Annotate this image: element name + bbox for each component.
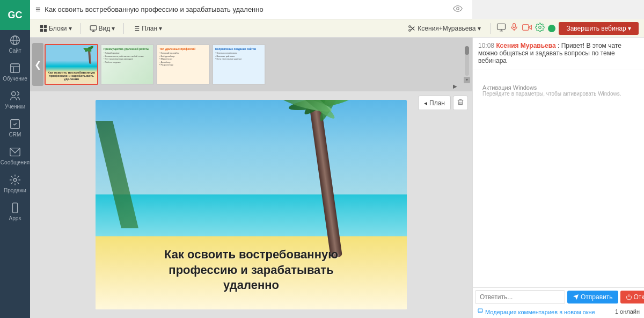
svg-rect-31 (513, 23, 516, 27)
svg-rect-10 (12, 203, 17, 213)
scroll-indicator: ▾ (464, 46, 470, 83)
thumbnails-container: Как освоить востребованную профессию и з… (45, 44, 460, 85)
plan-toolbar-button[interactable]: План ▾ (128, 23, 166, 34)
chat-header-message: 10:08 Ксения Муравьева : Привет! В этом … (473, 38, 644, 69)
book-icon (9, 62, 21, 74)
sidebar-item-sales[interactable]: Продажи (0, 170, 30, 198)
separator (80, 23, 81, 34)
screen-share-icon[interactable] (496, 23, 506, 34)
svg-point-12 (457, 7, 459, 10)
slide-toolbar: ◂ План (418, 96, 468, 110)
end-webinar-button[interactable]: Завершить вебинар ▾ (559, 22, 639, 35)
toolbar: Блоки ▾ Вид ▾ План ▾ (30, 19, 644, 38)
svg-rect-28 (497, 24, 506, 30)
presenter-button[interactable]: Ксения+Муравьева ▾ (404, 23, 485, 34)
settings-icon[interactable] (535, 23, 545, 34)
thumbnails-strip: ❮ Как освоить востребованную профессию и… (30, 38, 472, 91)
chat-footer: Модерация комментариев в новом окне 1 он… (473, 306, 644, 318)
sidebar-item-label: CRM (9, 132, 21, 138)
slide-main-area: ❮ Как освоить востребованную профессию и… (30, 38, 472, 318)
chat-input-row: Отправить Отключить чат (473, 288, 644, 306)
main-slide-container: Как освоить востребованную профессию и з… (30, 91, 472, 318)
slide-content: Как освоить востребованную профессию и з… (96, 100, 407, 309)
app-logo[interactable]: GC (0, 0, 30, 30)
separator (123, 23, 124, 34)
sidebar-item-label: Apps (9, 215, 21, 221)
view-button[interactable]: Вид ▾ (85, 23, 120, 34)
thumbnail-2-content: Преимущества удаленной работы • Гибкий г… (101, 45, 153, 66)
slide-trash-button[interactable] (453, 96, 468, 110)
sidebar-item-apps[interactable]: Apps (0, 198, 30, 226)
slide-display-area: ◂ План (30, 91, 472, 318)
thumbnail-4-content: Направление создание сайтов • Очень вост… (213, 45, 265, 63)
main-content: ≡ Как освоить востребованную профессию и… (30, 0, 644, 318)
svg-point-9 (13, 178, 17, 182)
svg-rect-14 (44, 25, 47, 27)
status-indicator (548, 25, 555, 32)
moderation-link[interactable]: Модерация комментариев в новом окне (477, 308, 595, 315)
monitor-icon (90, 25, 97, 32)
blocks-button[interactable]: Блоки ▾ (35, 23, 76, 34)
microphone-icon[interactable] (509, 23, 519, 34)
globe-icon (9, 34, 21, 46)
slide-title: Как освоить востребованную профессию и з… (96, 247, 407, 293)
thumbnail-3[interactable]: Топ удаленных профессий • Копирайтер-сай… (156, 44, 210, 85)
envelope-icon (9, 146, 21, 158)
plan-toggle-button[interactable]: ◂ План (418, 96, 451, 110)
windows-activation-text: Активация Windows Перейдите в параметры,… (477, 74, 640, 107)
svg-point-6 (12, 92, 16, 96)
chat-panel: 10:08 Ксения Муравьева : Привет! В этом … (472, 38, 644, 318)
chat-bottom: Отправить Отключить чат Модераци (473, 287, 644, 318)
separator (491, 23, 491, 34)
thumbnail-1[interactable]: Как освоить востребованную профессию и з… (45, 44, 98, 85)
sidebar-item-label: Продажи (4, 187, 26, 193)
send-message-button[interactable]: Отправить (567, 291, 618, 303)
scissors-icon (408, 25, 415, 32)
svg-rect-15 (40, 28, 43, 31)
sidebar-item-messages[interactable]: Сообщения (0, 142, 30, 170)
sidebar-item-site[interactable]: Сайт (0, 30, 30, 58)
thumb-scroll-right-arrow[interactable]: ▶ (453, 83, 457, 89)
list-icon (133, 25, 140, 32)
check-square-icon (9, 118, 21, 130)
page-title: Как освоить востребованную профессию и з… (45, 5, 449, 13)
users-icon (9, 90, 21, 102)
chat-input-field[interactable] (475, 290, 565, 304)
sidebar-item-label: Сайт (9, 48, 21, 54)
content-area: ❮ Как освоить востребованную профессию и… (30, 38, 644, 318)
sidebar-item-crm[interactable]: CRM (0, 114, 30, 142)
svg-point-34 (539, 26, 541, 28)
thumbnail-3-content: Топ удаленных профессий • Копирайтер-сай… (157, 45, 209, 69)
svg-rect-13 (40, 25, 43, 27)
svg-rect-16 (44, 28, 47, 31)
sidebar-item-learning[interactable]: Обучение (0, 58, 30, 86)
blocks-icon (40, 25, 47, 32)
online-count: 1 онлайн (615, 308, 640, 315)
chat-messages-area[interactable]: Активация Windows Перейдите в параметры,… (473, 69, 644, 287)
mobile-icon (9, 202, 21, 214)
sidebar-item-label: Сообщения (1, 160, 30, 165)
disable-chat-button[interactable]: Отключить чат (620, 291, 644, 303)
prev-slide-button[interactable]: ❮ (32, 43, 43, 86)
thumbnail-2[interactable]: Преимущества удаленной работы • Гибкий г… (100, 44, 154, 85)
moderation-icon (477, 308, 484, 314)
toolbar-right: Ксения+Муравьева ▾ (404, 22, 639, 35)
thumbnail-1-text: Как освоить востребованную профессию и з… (46, 70, 97, 82)
sidebar-item-label: Ученики (5, 104, 25, 110)
thumbnail-4[interactable]: Направление создание сайтов • Очень вост… (212, 44, 266, 85)
camera-icon[interactable] (522, 23, 532, 34)
trash-icon (457, 98, 464, 106)
telegram-icon (573, 294, 579, 300)
svg-rect-3 (11, 64, 20, 73)
hamburger-icon[interactable]: ≡ (35, 5, 40, 15)
eye-icon[interactable] (453, 4, 463, 16)
svg-rect-33 (523, 24, 529, 30)
sidebar: GC Сайт Обучение Ученики CRM Сообщения (0, 0, 30, 318)
svg-rect-17 (90, 25, 97, 30)
sidebar-item-students[interactable]: Ученики (0, 86, 30, 114)
sidebar-item-label: Обучение (3, 76, 27, 82)
scroll-down-arrow[interactable]: ▾ (464, 77, 470, 83)
gear-icon (9, 174, 21, 186)
top-header: ≡ Как освоить востребованную профессию и… (30, 0, 472, 19)
chat-author: Ксения Муравьева (496, 42, 555, 49)
